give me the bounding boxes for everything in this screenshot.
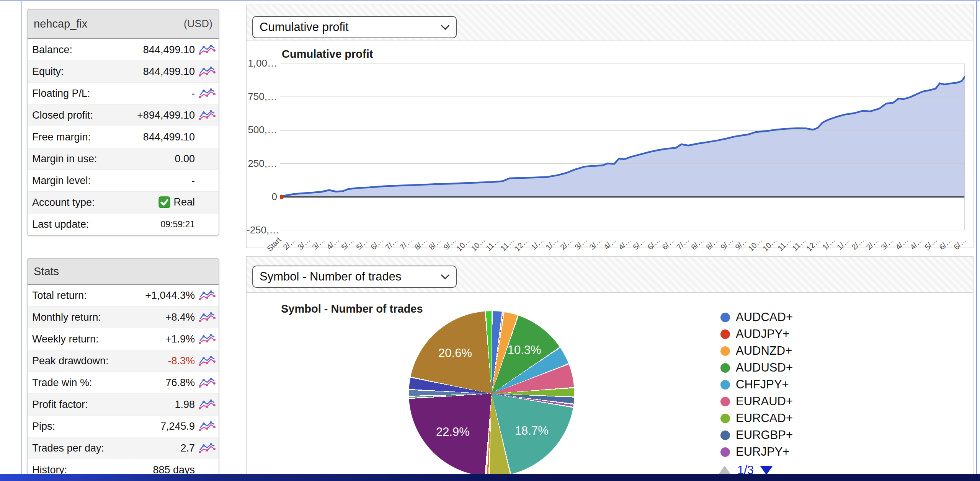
legend-item-chfjpy[interactable]: CHFJPY+ — [720, 376, 793, 393]
account-row-last-update: Last update: 09:59:21 — [28, 214, 219, 235]
sparkline-chart-icon[interactable] — [199, 311, 216, 323]
account-row-equity: Equity: 844,499.10 — [28, 61, 219, 83]
sparkline-chart-icon[interactable] — [199, 66, 216, 77]
sparkline-chart-icon[interactable] — [199, 88, 216, 99]
sparkline-chart-icon[interactable] — [199, 421, 216, 432]
row-label: Total return: — [32, 290, 87, 302]
x-axis-label: 2/… — [864, 235, 880, 251]
x-axis-label: 5/… — [923, 235, 939, 251]
row-value: +8.4% — [101, 311, 195, 323]
profit-select-value: Cumulative profit — [260, 20, 349, 34]
row-label: Profit factor: — [32, 399, 88, 411]
x-axis-label: 6/… — [646, 235, 662, 251]
x-axis-label: 2/… — [850, 235, 866, 251]
account-type-text: Real — [173, 196, 195, 208]
stats-row-pips: Pips: 7,245.9 — [28, 416, 219, 437]
x-axis-label: 6/… — [660, 235, 676, 251]
cumulative-profit-widget: Cumulative profit Cumulative profit 1,00… — [246, 5, 973, 248]
sparkline-chart-icon[interactable] — [199, 442, 216, 454]
sparkline-chart-icon[interactable] — [199, 355, 216, 367]
legend-label: AUDUSD+ — [736, 361, 793, 375]
x-axis-label: 7/… — [398, 235, 414, 251]
sparkline-chart-icon[interactable] — [199, 290, 216, 301]
chevron-down-icon — [441, 271, 450, 279]
x-axis-label: 10… — [455, 235, 472, 253]
stats-row-total-return: Total return: +1,044.3% — [28, 285, 219, 307]
row-value: 1.98 — [88, 399, 195, 411]
legend-color-dot — [720, 414, 730, 423]
row-value: -8.3% — [109, 355, 195, 367]
sparkline-chart-icon[interactable] — [199, 44, 216, 55]
row-label: Account type: — [32, 197, 95, 209]
trades-chart-area: Symbol - Number of trades 10.3%18.7%22.9… — [247, 293, 973, 481]
stats-panel: Stats Total return: +1,044.3% Monthly re… — [27, 258, 219, 481]
x-axis-label: 8/… — [704, 235, 720, 251]
legend-item-audcad[interactable]: AUDCAD+ — [720, 309, 793, 326]
x-axis-label: 1/… — [835, 235, 851, 251]
window-right-border — [976, 1, 977, 474]
row-value: 844,499.10 — [72, 44, 195, 56]
account-row-margin-in-use: Margin in use: 0.00 — [28, 148, 219, 170]
x-axis-label: 5/… — [354, 235, 370, 251]
row-label: Peak drawdown: — [32, 355, 109, 367]
legend-label: EURCAD+ — [736, 411, 793, 425]
sparkline-chart-icon[interactable] — [199, 377, 216, 388]
account-row-free-margin: Free margin: 844,499.10 — [28, 126, 219, 148]
row-label: Margin in use: — [32, 153, 97, 165]
sparkline-chart-icon[interactable] — [199, 399, 216, 410]
x-axis-label: 12… — [513, 235, 531, 253]
account-row-balance: Balance: 844,499.10 — [28, 39, 219, 61]
profit-x-axis: Start2/…3/…3/…4/…5/…5/…6/…7/…7/…8/…8/…9/… — [280, 233, 965, 248]
row-label: Last update: — [32, 218, 89, 230]
legend-item-eurgbp[interactable]: EURGBP+ — [720, 427, 793, 443]
account-row-closed-profit: Closed profit: +894,499.10 — [28, 104, 219, 126]
stats-row-profit-factor: Profit factor: 1.98 — [28, 394, 219, 416]
x-axis-label: 4/… — [908, 235, 924, 251]
x-axis-label: 9/… — [733, 235, 750, 251]
legend-color-dot — [720, 397, 730, 406]
x-axis-label: 4/… — [325, 235, 341, 251]
x-axis-label: 9/… — [442, 235, 458, 251]
profit-chart-title: Cumulative profit — [282, 48, 373, 60]
x-axis-label: 8/… — [427, 235, 443, 251]
legend-item-eurcad[interactable]: EURCAD+ — [720, 410, 793, 427]
stats-panel-header: Stats — [28, 259, 219, 285]
x-axis-label: 7/… — [675, 235, 691, 251]
pie-legend: AUDCAD+AUDJPY+AUDNZD+AUDUSD+CHFJPY+EURAU… — [720, 309, 793, 460]
row-value: 0.00 — [97, 153, 195, 165]
y-axis-label: 250,… — [247, 158, 277, 170]
x-axis-label: 10… — [469, 235, 487, 253]
row-label: Free margin: — [32, 131, 91, 143]
profit-chart-type-select[interactable]: Cumulative profit — [252, 16, 457, 38]
symbol-trades-widget: Symbol - Number of trades Symbol - Numbe… — [246, 256, 973, 481]
x-axis-label: 5/… — [631, 235, 647, 251]
legend-item-audjpy[interactable]: AUDJPY+ — [720, 326, 793, 342]
row-value: Real — [95, 196, 195, 209]
legend-label: EURJPY+ — [736, 445, 789, 459]
legend-color-dot — [720, 313, 730, 322]
legend-item-eurjpy[interactable]: EURJPY+ — [720, 443, 793, 460]
account-panel-header: nehcap_fix (USD) — [28, 10, 219, 39]
profit-chart-area: Cumulative profit 1,00…750,…500,…250,…0-… — [247, 41, 973, 248]
y-axis-label: 0 — [247, 191, 277, 203]
legend-color-dot — [720, 346, 730, 356]
stats-rows: Total return: +1,044.3% Monthly return: … — [28, 285, 219, 481]
legend-item-audusd[interactable]: AUDUSD+ — [720, 359, 793, 376]
row-label: Trade win %: — [32, 377, 92, 389]
account-currency: (USD) — [184, 18, 212, 30]
stats-row-monthly-return: Monthly return: +8.4% — [28, 307, 219, 328]
x-axis-label: 2/… — [559, 235, 575, 251]
row-value: +1,044.3% — [87, 290, 195, 302]
row-label: Margin level: — [32, 175, 91, 187]
legend-item-audnzd[interactable]: AUDNZD+ — [720, 342, 793, 359]
legend-item-euraud[interactable]: EURAUD+ — [720, 393, 793, 410]
sparkline-chart-icon[interactable] — [199, 333, 216, 345]
trades-chart-type-select[interactable]: Symbol - Number of trades — [252, 266, 457, 288]
row-value: 09:59:21 — [89, 219, 195, 230]
sparkline-chart-icon[interactable] — [199, 109, 216, 121]
x-axis-label: 11… — [776, 235, 793, 253]
legend-color-dot — [720, 363, 730, 373]
x-axis-label: 1/… — [821, 235, 837, 251]
trades-chart-title: Symbol - Number of trades — [281, 303, 423, 315]
pie-slice-label: 10.3% — [508, 343, 541, 357]
